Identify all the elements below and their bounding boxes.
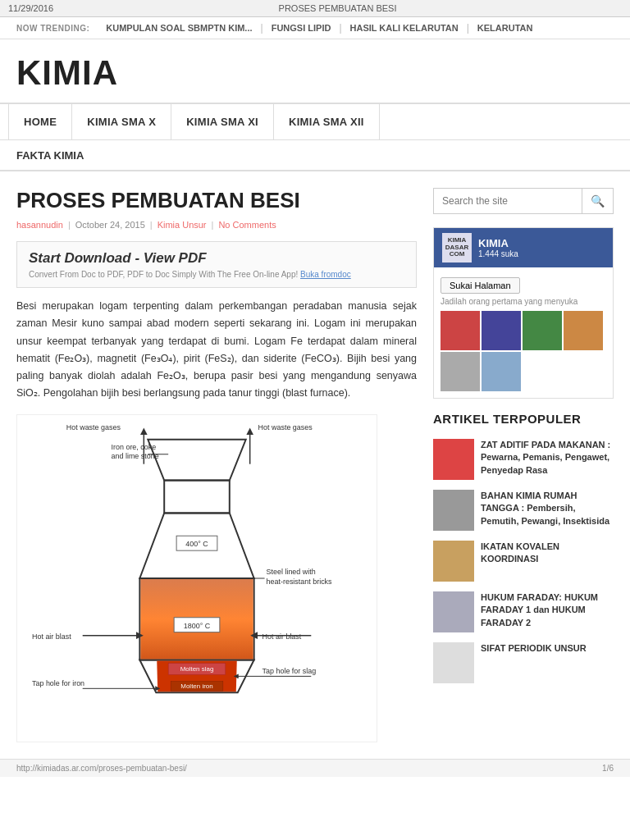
popular-item-0[interactable]: ZAT ADITIF PADA MAKANAN : Pewarna, Peman… [433, 439, 614, 480]
popular-thumb-1 [433, 490, 474, 531]
svg-text:1800° C: 1800° C [184, 621, 211, 629]
trending-label: NOW TRENDING: [16, 24, 89, 33]
browser-bar: 11/29/2016 PROSES PEMBUATAN BESI [0, 0, 630, 17]
article-title: PROSES PEMBUATAN BESI [16, 188, 417, 213]
fb-images [441, 311, 606, 391]
browser-title: PROSES PEMBUATAN BESI [279, 3, 397, 13]
fb-title-block: KIMIA 1.444 suka [478, 237, 518, 258]
popular-text-4: SIFAT PERIODIK UNSUR [481, 642, 587, 655]
main-content: PROSES PEMBUATAN BESI hasannudin | Octob… [16, 188, 417, 742]
fb-thumb-3 [523, 311, 562, 350]
trending-item-0[interactable]: KUMPULAN SOAL SBMPTN KIM... [98, 23, 260, 33]
popular-text-1: BAHAN KIMIA RUMAH TANGGA : Pembersih, Pe… [481, 490, 614, 527]
svg-text:Steel lined with: Steel lined with [267, 568, 316, 576]
nav-smax[interactable]: KIMIA SMA X [72, 104, 171, 139]
fb-thumb-4 [564, 311, 603, 350]
svg-text:Tap hole for slag: Tap hole for slag [262, 667, 317, 675]
svg-text:and lime stone: and lime stone [112, 451, 159, 459]
page-layout: PROSES PEMBUATAN BESI hasannudin | Octob… [0, 171, 630, 759]
site-header: KIMIA [0, 39, 630, 103]
fb-header: KIMIA DASAR COM KIMIA 1.444 suka [434, 228, 613, 267]
trending-item-2[interactable]: HASIL KALI KELARUTAN [342, 23, 467, 33]
footer-bar: http://kimiadas.ar.com/proses-pembuatan-… [0, 759, 630, 777]
article-author[interactable]: hasannudin [16, 220, 63, 230]
svg-text:Molten slag: Molten slag [180, 665, 214, 673]
article-body: Besi merupakan logam terpenting dalam pe… [16, 298, 417, 403]
svg-text:Hot waste gases: Hot waste gases [66, 423, 121, 431]
article-comments[interactable]: No Comments [218, 220, 276, 230]
svg-text:Iron ore, coke: Iron ore, coke [112, 442, 157, 450]
svg-text:Hot air blast: Hot air blast [32, 632, 71, 640]
footer-page: 1/6 [602, 764, 614, 773]
popular-text-3: HUKUM FARADAY: HUKUM FARADAY 1 dan HUKUM… [481, 591, 614, 629]
popular-item-1[interactable]: BAHAN KIMIA RUMAH TANGGA : Pembersih, Pe… [433, 490, 614, 531]
article-category[interactable]: Kimia Unsur [158, 220, 207, 230]
fb-tagline: Jadilah orang pertama yang menyuka [441, 297, 606, 306]
popular-thumb-0 [433, 439, 474, 480]
popular-text-2: IKATAN KOVALEN KOORDINASI [481, 541, 614, 566]
fb-page-sub: 1.444 suka [478, 249, 518, 258]
popular-thumb-2 [433, 541, 474, 582]
fb-like-button[interactable]: Sukai Halaman [441, 277, 520, 294]
popular-section-title: ARTIKEL TERPOPULER [433, 412, 614, 429]
fb-body: Sukai Halaman Jadilah orang pertama yang… [434, 267, 613, 398]
popular-text-0: ZAT ADITIF PADA MAKANAN : Pewarna, Peman… [481, 439, 614, 477]
download-subtitle: Convert From Doc to PDF, PDF to Doc Simp… [29, 270, 404, 279]
svg-text:Molten iron: Molten iron [180, 682, 212, 690]
search-box: 🔍 [433, 188, 614, 214]
article-date: October 24, 2015 [75, 220, 145, 230]
popular-thumb-4 [433, 642, 474, 683]
fb-thumb-1 [441, 311, 480, 350]
svg-text:Hot waste gases: Hot waste gases [258, 423, 313, 431]
nav-items: HOME KIMIA SMA X KIMIA SMA XI KIMIA SMA … [0, 104, 630, 139]
sub-nav: FAKTA KIMIA [0, 140, 630, 171]
trending-item-1[interactable]: FUNGSI LIPID [263, 23, 340, 33]
article-meta: hasannudin | October 24, 2015 | Kimia Un… [16, 220, 417, 230]
search-input[interactable] [434, 189, 582, 212]
main-nav: HOME KIMIA SMA X KIMIA SMA XI KIMIA SMA … [0, 103, 630, 140]
svg-text:Tap hole for iron: Tap hole for iron [32, 679, 84, 687]
svg-text:400° C: 400° C [185, 540, 208, 548]
svg-text:heat-resistant bricks: heat-resistant bricks [267, 578, 333, 586]
footer-url: http://kimiadas.ar.com/proses-pembuatan-… [16, 764, 187, 773]
site-logo[interactable]: KIMIA [16, 56, 614, 90]
popular-item-4[interactable]: SIFAT PERIODIK UNSUR [433, 642, 614, 683]
popular-item-3[interactable]: HUKUM FARADAY: HUKUM FARADAY 1 dan HUKUM… [433, 591, 614, 632]
furnace-diagram: 400° C 1800° C Hot w [16, 414, 377, 742]
download-link[interactable]: Buka fromdoc [300, 270, 351, 279]
nav-smaxii[interactable]: KIMIA SMA XII [274, 104, 380, 139]
fb-thumb-6 [482, 352, 521, 391]
trending-bar: NOW TRENDING: KUMPULAN SOAL SBMPTN KIM..… [0, 17, 630, 39]
nav-smaxi[interactable]: KIMIA SMA XI [171, 104, 274, 139]
fb-thumb-2 [482, 311, 521, 350]
trending-item-3[interactable]: KELARUTAN [469, 23, 541, 33]
search-button[interactable]: 🔍 [582, 189, 613, 213]
popular-item-2[interactable]: IKATAN KOVALEN KOORDINASI [433, 541, 614, 582]
trending-items: KUMPULAN SOAL SBMPTN KIM... | FUNGSI LIP… [98, 22, 541, 34]
sidebar: 🔍 KIMIA DASAR COM KIMIA 1.444 suka Sukai… [433, 188, 614, 742]
download-box: Start Download - View PDF Convert From D… [16, 241, 417, 288]
popular-thumb-3 [433, 591, 474, 632]
nav-home[interactable]: HOME [8, 104, 72, 139]
fb-thumb-5 [441, 352, 480, 391]
sub-nav-fakta[interactable]: FAKTA KIMIA [16, 149, 84, 162]
fb-page-name: KIMIA [478, 237, 518, 249]
browser-date: 11/29/2016 [8, 3, 53, 13]
svg-text:Hot air blast: Hot air blast [262, 632, 302, 640]
facebook-widget: KIMIA DASAR COM KIMIA 1.444 suka Sukai H… [433, 227, 614, 399]
fb-logo: KIMIA DASAR COM [442, 233, 472, 262]
download-title: Start Download - View PDF [29, 250, 404, 267]
